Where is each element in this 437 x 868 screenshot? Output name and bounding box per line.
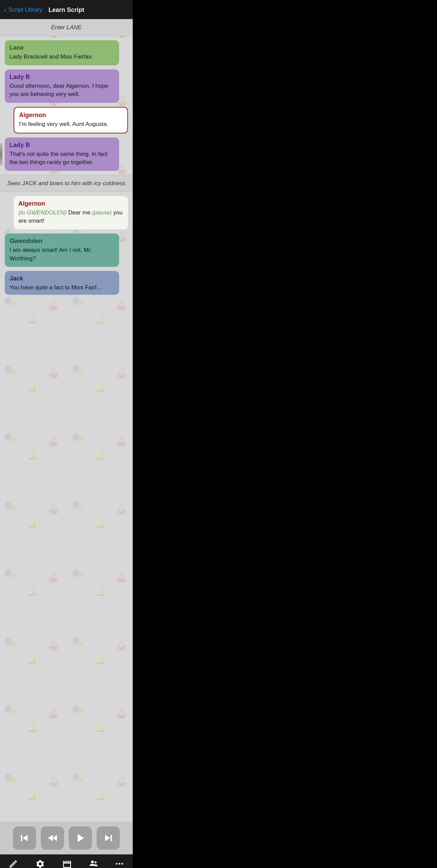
character-name-lane: Lane <box>10 44 114 51</box>
line-bubble-gwendolen[interactable]: Gwendolen I am always smart! Am I not, M… <box>5 234 119 267</box>
next-button[interactable] <box>97 826 120 850</box>
svg-marker-1 <box>23 835 28 841</box>
play-button[interactable] <box>69 826 92 850</box>
back-chevron-icon: ‹ <box>4 6 6 13</box>
tab-edit[interactable] <box>5 858 21 868</box>
character-name-algernon-1: Algernon <box>19 112 123 119</box>
line-text-algernon-1: I'm feeling very well, Aunt Augusta. <box>19 120 123 129</box>
line-bubble-algernon-selected[interactable]: Algernon I'm feeling very well, Aunt Aug… <box>14 107 128 133</box>
stage-direction-enter-lane: Enter LANE <box>0 19 133 36</box>
gear-icon <box>35 859 45 868</box>
line-bubble-ladyb-2[interactable]: Lady B That's not quite the same thing. … <box>5 138 119 171</box>
prev-button[interactable] <box>13 826 36 850</box>
play-icon <box>75 833 86 843</box>
character-name-ladyb-2: Lady B <box>10 142 114 149</box>
page-title: Learn Script <box>48 6 84 14</box>
svg-marker-2 <box>48 835 53 841</box>
line-text-ladyb-2: That's not quite the same thing. In fact… <box>10 150 114 167</box>
tab-settings[interactable] <box>32 858 48 868</box>
tab-more[interactable]: ••• <box>112 859 128 868</box>
character-name-gwendolen: Gwendolen <box>10 238 114 245</box>
scroll-indicator <box>0 143 2 165</box>
more-label: ••• <box>116 861 124 868</box>
prev-icon <box>19 833 30 843</box>
line-text-gwendolen: I am always smart! Am I not, Mr. Worthin… <box>10 246 114 263</box>
svg-rect-12 <box>64 864 70 867</box>
line-bubble-algernon-2[interactable]: Algernon (to GWENDOLEN) Dear me (pause) … <box>14 196 128 229</box>
character-name-ladyb-1: Lady B <box>10 74 114 81</box>
svg-point-13 <box>91 861 94 863</box>
line-text-algernon-2: (to GWENDOLEN) Dear me (pause) you are s… <box>18 209 123 225</box>
line-bubble-jack[interactable]: Jack You have quite a fact to Miss Fairf… <box>5 271 119 295</box>
inline-stage-pause: (pause) <box>92 209 112 216</box>
users-icon <box>89 859 98 868</box>
tab-clapboard[interactable] <box>59 858 75 868</box>
rewind-button[interactable] <box>41 826 64 850</box>
playback-bar <box>0 822 133 854</box>
script-scroll-area: Enter LANE Lane Lady Bracknell and Miss … <box>0 19 133 822</box>
line-text-lane: Lady Bracknell and Miss Fairfax. <box>10 53 114 61</box>
tab-bar: ••• <box>0 854 133 868</box>
svg-rect-0 <box>21 835 22 841</box>
line-text-jack: You have quite a fact to Miss Fairf… <box>10 284 114 292</box>
stage-direction-jack-bows: Sees JACK and bows to him with icy coldn… <box>0 175 133 192</box>
nav-bar: ‹ Script Library Learn Script <box>0 0 133 19</box>
rewind-icon <box>47 833 58 843</box>
character-name-jack: Jack <box>10 275 114 282</box>
character-name-algernon-2: Algernon <box>18 200 123 207</box>
edit-icon <box>9 859 18 868</box>
clapboard-icon <box>62 859 72 868</box>
line-bubble-ladyb-2-wrapper: Lady B That's not quite the same thing. … <box>0 138 133 171</box>
tab-users[interactable] <box>85 858 102 868</box>
back-button[interactable]: ‹ Script Library <box>4 6 43 13</box>
inline-stage-gwendolen: (to GWENDOLEN) <box>18 209 67 216</box>
line-text-ladyb-1: Good afternoon, dear Algernon, I hope yo… <box>10 82 114 99</box>
svg-marker-5 <box>105 835 110 841</box>
svg-rect-6 <box>111 835 112 841</box>
line-bubble-ladyb-1[interactable]: Lady B Good afternoon, dear Algernon, I … <box>5 69 119 103</box>
svg-marker-4 <box>78 834 84 842</box>
next-icon <box>103 833 114 843</box>
svg-point-14 <box>95 861 97 863</box>
svg-marker-3 <box>53 835 57 841</box>
back-label: Script Library <box>9 6 43 13</box>
line-bubble-lane[interactable]: Lane Lady Bracknell and Miss Fairfax. <box>5 40 119 65</box>
line-text-part-1: Dear me <box>68 209 92 216</box>
